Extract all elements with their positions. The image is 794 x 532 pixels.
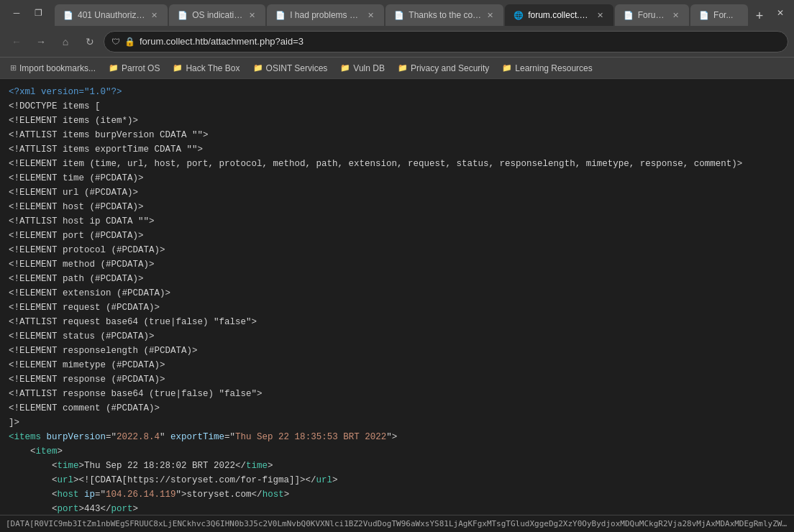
- shield-icon: 🛡: [111, 37, 120, 47]
- tab-close-button[interactable]: ✕: [485, 9, 495, 22]
- folder-icon: 📁: [253, 63, 263, 73]
- tab-label: forum.collect.htb: [528, 10, 591, 20]
- tab-os-indication[interactable]: 📄 OS indication ✕: [169, 4, 265, 26]
- close-button[interactable]: ✕: [770, 2, 791, 24]
- tab-label: OS indication: [192, 10, 243, 20]
- xml-line: <!ELEMENT method (#PCDATA)>: [9, 257, 785, 272]
- xml-line: <port>443</port>: [9, 502, 785, 515]
- tab-label: 401 Unauthorized: [78, 10, 145, 20]
- navbar: ← → ⌂ ↻ 🛡 🔒 forum.collect.htb/attachment…: [0, 26, 794, 58]
- bookmark-label: Privacy and Security: [411, 63, 489, 73]
- bookmark-label: Import bookmarks...: [19, 63, 96, 73]
- bookmark-parrot-os[interactable]: 📁 Parrot OS: [103, 60, 165, 76]
- back-button[interactable]: ←: [6, 31, 27, 52]
- tabs-container: 📄 401 Unauthorized ✕ 📄 OS indication ✕ 📄…: [55, 0, 770, 26]
- lock-icon: 🔒: [124, 37, 135, 47]
- tab-favicon: 📄: [63, 11, 73, 20]
- bookmark-vuln-db[interactable]: 📁 Vuln DB: [334, 60, 391, 76]
- bookmark-privacy-security[interactable]: 📁 Privacy and Security: [392, 60, 495, 76]
- bookmark-learning-resources[interactable]: 📁 Learning Resources: [496, 60, 598, 76]
- tab-label: Thanks to the col...: [409, 10, 481, 20]
- tab-for[interactable]: 📄 For...: [690, 4, 748, 26]
- minimize-button[interactable]: ─: [6, 2, 27, 24]
- tab-close-button[interactable]: ✕: [596, 9, 605, 22]
- tab-favicon: 📄: [275, 11, 286, 20]
- tab-401-unauthorized[interactable]: 📄 401 Unauthorized ✕: [55, 4, 168, 26]
- xml-line: <!ELEMENT response (#PCDATA)>: [9, 372, 785, 387]
- bookmark-import[interactable]: ⊞ Import bookmarks...: [4, 60, 101, 76]
- xml-line: <!ELEMENT item (time, url, host, port, p…: [9, 157, 785, 171]
- tab-favicon: 🌐: [514, 11, 524, 20]
- xml-line: <!ELEMENT path (#PCDATA)>: [9, 272, 785, 286]
- tab-thanks[interactable]: 📄 Thanks to the col... ✕: [385, 4, 503, 26]
- xml-line: <!DOCTYPE items [: [9, 99, 785, 114]
- xml-line: <url><![CDATA[https://storyset.com/for-f…: [9, 473, 785, 487]
- address-text: forum.collect.htb/attachment.php?aid=3: [140, 36, 304, 47]
- tab-label: Forums: [638, 10, 667, 20]
- bookmark-label: OSINT Services: [266, 63, 328, 73]
- xml-line: <!ELEMENT comment (#PCDATA)>: [9, 401, 785, 416]
- tab-close-button[interactable]: ✕: [366, 9, 375, 22]
- xml-line: <!ELEMENT protocol (#PCDATA)>: [9, 243, 785, 257]
- tab-close-button[interactable]: ✕: [671, 9, 680, 22]
- forward-button[interactable]: →: [30, 31, 52, 52]
- tab-forums[interactable]: 📄 Forums ✕: [615, 4, 689, 26]
- xml-line: <!ELEMENT request (#PCDATA)>: [9, 301, 785, 315]
- bookmarks-bar: ⊞ Import bookmarks... 📁 Parrot OS 📁 Hack…: [0, 58, 794, 79]
- window-controls: ─ ❐: [0, 2, 55, 24]
- xml-line: <!ATTLIST items exportTime CDATA "">: [9, 142, 785, 157]
- bookmark-osint-services[interactable]: 📁 OSINT Services: [247, 60, 334, 76]
- import-icon: ⊞: [10, 63, 17, 73]
- tab-favicon: 📄: [178, 11, 188, 20]
- bookmark-label: Hack The Box: [186, 63, 239, 73]
- statusbar: [DATA[R0VIC9mb3ItZm1nbWEgSFRUUC8xLjENCkh…: [0, 515, 794, 532]
- xml-line: <!ATTLIST items burpVersion CDATA "">: [9, 128, 785, 142]
- bookmark-label: Learning Resources: [515, 63, 592, 73]
- reload-button[interactable]: ↻: [79, 31, 101, 52]
- tab-close-button[interactable]: ✕: [150, 9, 159, 22]
- xml-line: <!ELEMENT responselength (#PCDATA)>: [9, 344, 785, 358]
- xml-line: <!ATTLIST response base64 (true|false) "…: [9, 387, 785, 401]
- restore-button[interactable]: ❐: [27, 2, 49, 24]
- xml-line: <!ELEMENT items (item*)>: [9, 114, 785, 128]
- status-text: [DATA[R0VIC9mb3ItZm1nbWEgSFRUUC8xLjENCkh…: [6, 519, 788, 528]
- bookmark-hack-the-box[interactable]: 📁 Hack The Box: [167, 60, 245, 76]
- xml-line: <!ELEMENT host (#PCDATA)>: [9, 200, 785, 214]
- xml-line: <!ATTLIST host ip CDATA "">: [9, 214, 785, 229]
- tab-label: I had problems w...: [290, 10, 362, 20]
- tab-forum-collect[interactable]: 🌐 forum.collect.htb ✕: [505, 4, 613, 26]
- xml-line: <!ELEMENT time (#PCDATA)>: [9, 171, 785, 185]
- address-bar[interactable]: 🛡 🔒 forum.collect.htb/attachment.php?aid…: [104, 31, 788, 52]
- xml-line: <items burpVersion="2022.8.4" exportTime…: [9, 430, 785, 444]
- xml-line: <!ELEMENT port (#PCDATA)>: [9, 229, 785, 243]
- xml-line: <host ip="104.26.14.119">storyset.com</h…: [9, 487, 785, 502]
- xml-line: <!ELEMENT extension (#PCDATA)>: [9, 286, 785, 301]
- tab-label: For...: [713, 10, 733, 20]
- xml-line: <!ELEMENT mimetype (#PCDATA)>: [9, 358, 785, 372]
- bookmark-label: Vuln DB: [353, 63, 385, 73]
- tab-close-button[interactable]: ✕: [247, 9, 257, 22]
- folder-icon: 📁: [173, 63, 183, 73]
- folder-icon: 📁: [109, 63, 119, 73]
- content-area: <?xml version="1.0"?> <!DOCTYPE items [ …: [0, 79, 794, 515]
- xml-line: <!ELEMENT status (#PCDATA)>: [9, 329, 785, 344]
- xml-line: ]>: [9, 416, 785, 430]
- tab-favicon: 📄: [624, 11, 634, 20]
- xml-line: <time>Thu Sep 22 18:28:02 BRT 2022</time…: [9, 459, 785, 473]
- tab-favicon: 📄: [699, 11, 709, 20]
- bookmark-label: Parrot OS: [122, 63, 160, 73]
- folder-icon: 📁: [398, 63, 408, 73]
- folder-icon: 📁: [502, 63, 512, 73]
- xml-line: <?xml version="1.0"?>: [9, 85, 785, 99]
- xml-line: <!ATTLIST request base64 (true|false) "f…: [9, 315, 785, 329]
- xml-line: <!ELEMENT url (#PCDATA)>: [9, 185, 785, 200]
- tab-had-problems[interactable]: 📄 I had problems w... ✕: [267, 4, 384, 26]
- home-button[interactable]: ⌂: [55, 31, 76, 52]
- xml-line: <item>: [9, 444, 785, 459]
- tab-favicon: 📄: [394, 11, 404, 20]
- titlebar: ─ ❐ 📄 401 Unauthorized ✕ 📄 OS indication…: [0, 0, 794, 26]
- new-tab-button[interactable]: +: [749, 6, 770, 26]
- folder-icon: 📁: [340, 63, 350, 73]
